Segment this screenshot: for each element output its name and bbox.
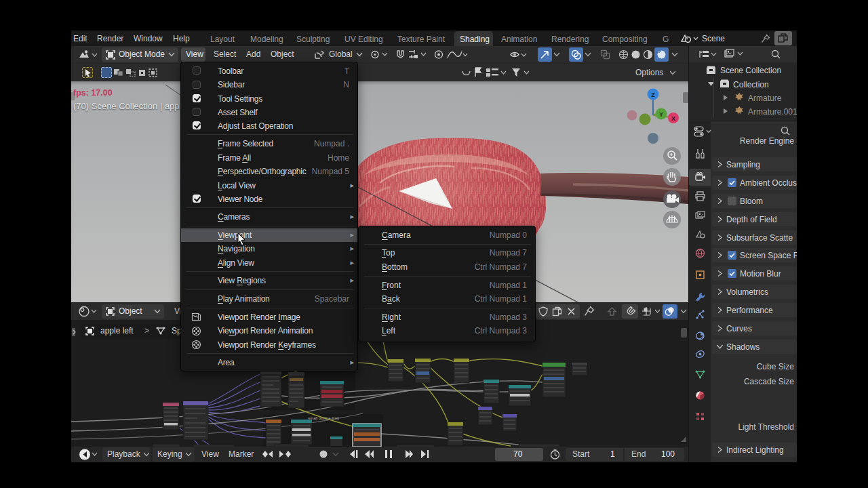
svg-text:Y: Y [659, 111, 663, 118]
svg-text:X: X [671, 115, 675, 122]
svg-text:Z: Z [651, 92, 655, 98]
